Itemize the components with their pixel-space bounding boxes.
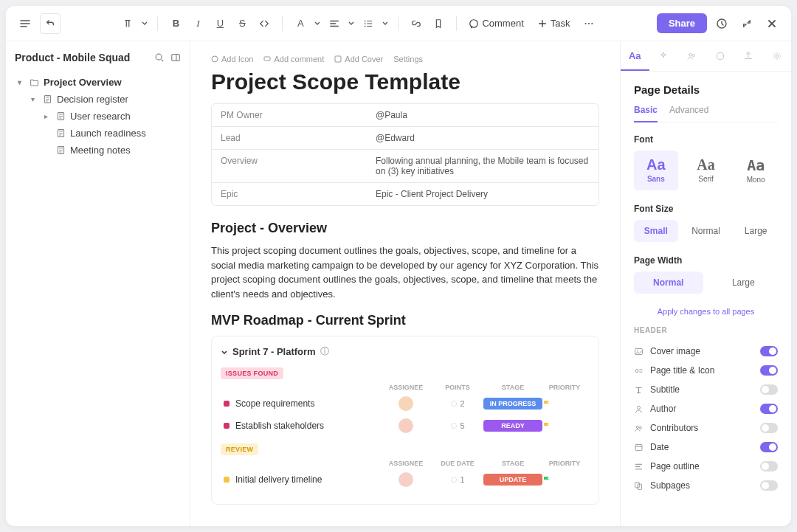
sidebar-item[interactable]: Launch readiness <box>15 125 181 142</box>
toggle-switch[interactable] <box>760 404 778 414</box>
add-comment-button[interactable]: Add comment <box>263 55 324 63</box>
avatar[interactable] <box>398 472 413 487</box>
chevron-down-icon[interactable] <box>221 348 228 356</box>
svg-point-28 <box>636 426 638 428</box>
tab-export[interactable] <box>734 41 763 71</box>
toggle-label: Page outline <box>650 461 700 471</box>
outline-icon <box>634 462 644 471</box>
toggle-switch[interactable] <box>760 423 778 433</box>
chevron-down-icon[interactable] <box>346 13 356 34</box>
bold-icon[interactable]: B <box>165 13 186 34</box>
width-option[interactable]: Large <box>709 272 779 294</box>
underline-icon[interactable]: U <box>210 13 230 34</box>
list-icon[interactable] <box>358 13 379 34</box>
column-header: PRIORITY <box>542 384 587 391</box>
info-row[interactable]: Lead@Edward <box>212 127 598 150</box>
toggle-label: Contributors <box>650 423 698 433</box>
link-icon[interactable] <box>406 13 427 34</box>
subtab-basic[interactable]: Basic <box>634 105 658 122</box>
tab-people[interactable] <box>677 41 706 71</box>
width-option[interactable]: Normal <box>634 272 703 294</box>
sidebar-item[interactable]: Meeting notes <box>15 142 181 159</box>
sidebar-item[interactable]: ▾Project Overview <box>15 74 181 91</box>
group-label[interactable]: ISSUES FOUND <box>221 367 283 379</box>
font-option[interactable]: AaSerif <box>684 151 728 190</box>
tab-ai[interactable] <box>649 41 678 71</box>
comment-button[interactable]: Comment <box>464 15 528 32</box>
add-cover-button[interactable]: Add Cover <box>334 55 383 63</box>
size-option[interactable]: Normal <box>684 220 728 242</box>
close-icon[interactable] <box>762 13 782 34</box>
info-row[interactable]: EpicEpic - Client Project Delivery <box>212 183 598 205</box>
document-icon <box>43 94 52 104</box>
priority-flag-icon[interactable] <box>542 475 587 484</box>
avatar[interactable] <box>398 418 413 433</box>
priority-flag-icon[interactable] <box>542 399 587 408</box>
info-icon[interactable]: ⓘ <box>320 345 329 358</box>
sidebar-item[interactable]: ▸User research <box>15 108 181 125</box>
status-dot <box>224 401 230 407</box>
svg-point-26 <box>635 369 638 372</box>
bookmark-icon[interactable] <box>428 13 449 34</box>
task-name: Scope requirements <box>235 398 314 409</box>
more-icon[interactable] <box>579 13 599 34</box>
document-icon <box>56 145 66 155</box>
code-icon[interactable] <box>254 13 275 34</box>
page-title[interactable]: Project Scope Template <box>211 69 599 94</box>
stage-pill[interactable]: IN PROGRESS <box>483 398 542 410</box>
info-row[interactable]: PM Owner@Paula <box>212 104 598 127</box>
toggle-switch[interactable] <box>760 365 778 376</box>
history-icon[interactable] <box>711 13 732 34</box>
tree-label: Decision register <box>57 94 128 105</box>
task-row[interactable]: Initial delivery timeline1UPDATE <box>221 469 590 491</box>
task-row[interactable]: Establish stakeholders5READY <box>221 415 590 437</box>
panel-icon[interactable] <box>170 52 181 63</box>
body-text[interactable]: This project scoping document outlines t… <box>211 243 599 301</box>
status-dot <box>224 477 230 483</box>
chevron-down-icon[interactable] <box>312 13 322 34</box>
stage-pill[interactable]: UPDATE <box>483 474 542 486</box>
person-icon <box>634 404 644 414</box>
share-button[interactable]: Share <box>657 13 707 33</box>
collapse-icon[interactable] <box>736 13 757 34</box>
tab-typography[interactable]: Aa <box>621 41 649 71</box>
status-dot <box>224 423 230 429</box>
text-color-icon[interactable]: A <box>290 13 311 34</box>
stage-pill[interactable]: READY <box>483 420 542 432</box>
font-option[interactable]: AaMono <box>734 151 778 190</box>
subtab-advanced[interactable]: Advanced <box>669 105 708 122</box>
size-option[interactable]: Small <box>634 220 678 242</box>
toggle-switch[interactable] <box>760 480 778 491</box>
tree-label: User research <box>70 111 131 122</box>
toggle-switch[interactable] <box>760 442 778 452</box>
svg-point-4 <box>585 22 587 24</box>
task-row[interactable]: Scope requirements2IN PROGRESS <box>221 393 590 415</box>
avatar[interactable] <box>398 396 413 411</box>
tab-chat[interactable] <box>706 41 735 71</box>
toggle-switch[interactable] <box>760 384 778 395</box>
toggle-switch[interactable] <box>760 346 778 356</box>
undo-icon[interactable] <box>40 13 61 34</box>
strikethrough-icon[interactable]: S <box>232 13 252 34</box>
chevron-down-icon[interactable] <box>139 13 150 34</box>
font-option[interactable]: AaSans <box>634 151 678 190</box>
info-row[interactable]: OverviewFollowing annual planning, the M… <box>212 150 598 183</box>
tab-settings[interactable] <box>763 41 792 71</box>
italic-icon[interactable]: I <box>187 13 208 34</box>
chevron-down-icon[interactable] <box>380 13 390 34</box>
group-label[interactable]: REVIEW <box>221 443 258 455</box>
column-header: ASSIGNEE <box>380 384 432 391</box>
search-icon[interactable] <box>154 52 165 63</box>
task-button[interactable]: Task <box>533 15 575 32</box>
apply-all-link[interactable]: Apply changes to all pages <box>634 307 778 316</box>
sidebar-item[interactable]: ▾Decision register <box>15 91 181 108</box>
paragraph-style-icon[interactable] <box>117 13 138 34</box>
menu-icon[interactable] <box>15 13 35 34</box>
align-icon[interactable] <box>324 13 345 34</box>
column-header: POINTS <box>432 384 483 391</box>
priority-flag-icon[interactable] <box>542 421 587 430</box>
page-settings-button[interactable]: Settings <box>393 55 423 63</box>
toggle-switch[interactable] <box>760 461 778 471</box>
add-icon-button[interactable]: Add Icon <box>211 55 253 63</box>
size-option[interactable]: Large <box>734 220 778 242</box>
